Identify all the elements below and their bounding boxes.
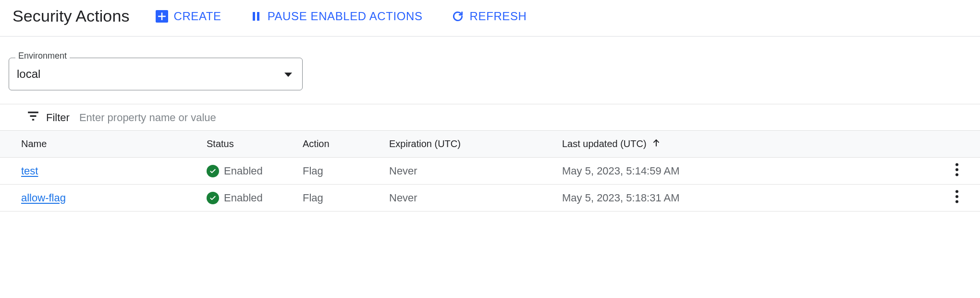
- row-status-label: Enabled: [224, 192, 263, 204]
- environment-value: local: [17, 67, 40, 81]
- more-vert-icon: [955, 163, 959, 179]
- check-circle-icon: [207, 192, 219, 204]
- filter-row: Filter: [0, 104, 980, 130]
- filter-label-wrap: Filter: [27, 111, 70, 124]
- create-label: CREATE: [174, 10, 221, 23]
- refresh-icon: [452, 10, 464, 23]
- filter-label: Filter: [46, 112, 70, 124]
- filter-icon: [27, 111, 39, 124]
- filter-input[interactable]: [78, 111, 367, 124]
- environment-field: Environment local: [9, 58, 303, 90]
- row-status-cell: Enabled: [207, 192, 303, 204]
- row-menu-button[interactable]: [947, 188, 967, 208]
- svg-point-10: [956, 195, 958, 198]
- svg-point-8: [956, 173, 958, 176]
- svg-rect-5: [32, 119, 34, 120]
- svg-point-6: [956, 163, 958, 166]
- table-head: Name Status Action Expiration (UTC) Last…: [0, 131, 980, 158]
- page-header: Security Actions CREATE PAUSE ENABLED AC…: [0, 0, 980, 37]
- row-name-cell: test: [21, 165, 207, 177]
- actions-table: Name Status Action Expiration (UTC) Last…: [0, 130, 980, 211]
- row-status-cell: Enabled: [207, 165, 303, 177]
- col-last-updated[interactable]: Last updated (UTC): [562, 138, 947, 150]
- table-row: test Enabled Flag Never May 5, 2023, 5:1…: [0, 158, 980, 185]
- chevron-down-icon: [284, 67, 293, 81]
- sort-ascending-icon: [651, 138, 661, 150]
- row-status-label: Enabled: [224, 165, 263, 177]
- row-action-cell: Flag: [303, 165, 389, 177]
- row-name-link[interactable]: allow-flag: [21, 192, 66, 204]
- row-action-cell: Flag: [303, 192, 389, 204]
- row-expiration-cell: Never: [389, 165, 562, 177]
- header-actions: CREATE PAUSE ENABLED ACTIONS REFRESH: [156, 10, 527, 23]
- create-button[interactable]: CREATE: [156, 10, 221, 23]
- row-expiration-cell: Never: [389, 192, 562, 204]
- pause-button[interactable]: PAUSE ENABLED ACTIONS: [250, 10, 423, 23]
- svg-rect-1: [253, 12, 255, 21]
- refresh-label: REFRESH: [470, 10, 527, 23]
- pause-icon: [250, 10, 262, 23]
- environment-select[interactable]: local: [9, 58, 303, 90]
- row-menu-button[interactable]: [947, 161, 967, 181]
- svg-rect-2: [257, 12, 259, 21]
- svg-point-7: [956, 168, 958, 171]
- pause-label: PAUSE ENABLED ACTIONS: [268, 10, 423, 23]
- more-vert-icon: [955, 190, 959, 206]
- environment-label: Environment: [15, 51, 70, 61]
- col-action[interactable]: Action: [303, 138, 389, 149]
- svg-rect-3: [28, 112, 38, 113]
- row-updated-cell: May 5, 2023, 5:14:59 AM: [562, 165, 947, 177]
- row-name-link[interactable]: test: [21, 165, 38, 177]
- svg-point-11: [956, 200, 958, 203]
- svg-point-9: [956, 190, 958, 193]
- row-name-cell: allow-flag: [21, 192, 207, 204]
- col-last-updated-label: Last updated (UTC): [562, 138, 647, 149]
- col-expiration[interactable]: Expiration (UTC): [389, 138, 562, 149]
- row-updated-cell: May 5, 2023, 5:18:31 AM: [562, 192, 947, 204]
- refresh-button[interactable]: REFRESH: [452, 10, 527, 23]
- col-status[interactable]: Status: [207, 138, 303, 149]
- page-title: Security Actions: [12, 7, 130, 25]
- plus-icon: [156, 10, 168, 23]
- environment-section: Environment local: [0, 37, 980, 104]
- svg-rect-4: [30, 115, 37, 117]
- check-circle-icon: [207, 165, 219, 177]
- table-row: allow-flag Enabled Flag Never May 5, 202…: [0, 185, 980, 211]
- col-name[interactable]: Name: [21, 138, 207, 149]
